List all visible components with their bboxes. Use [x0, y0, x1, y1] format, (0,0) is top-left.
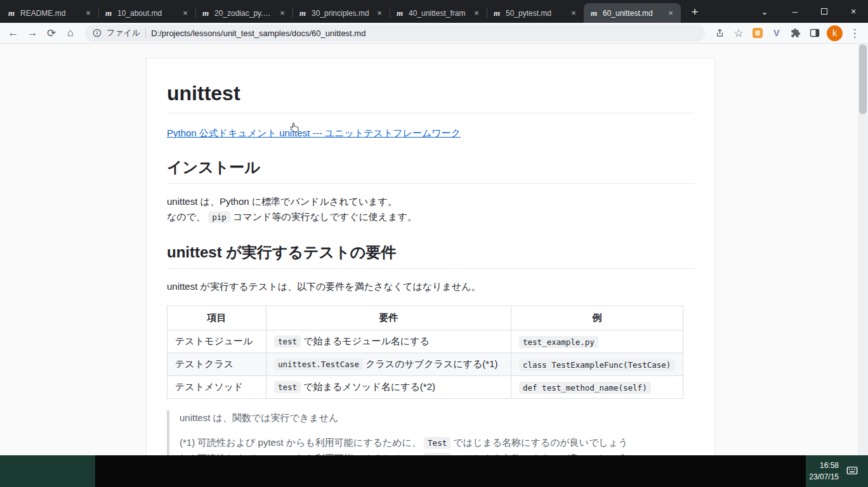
page-info-icon[interactable]: [93, 29, 102, 37]
cell-requirement: test で始まるモジュール名にする: [266, 330, 511, 353]
col-example: 例: [511, 306, 683, 330]
cell-requirement: unittest.TestCase クラスのサブクラスにする(*1): [266, 353, 511, 376]
clock-time: 16:58: [809, 460, 839, 471]
quote-notes: (*1) 可読性および pytest からも利用可能にするために、 Test で…: [180, 435, 694, 455]
maximize-button[interactable]: [810, 0, 839, 23]
markdown-favicon: m: [492, 8, 502, 18]
tab-label: 60_unittest.md: [603, 9, 662, 18]
tab-close-icon[interactable]: ×: [666, 8, 676, 18]
cell-text: で始まるメソッド名にする(*2): [301, 381, 435, 392]
forward-icon[interactable]: →: [23, 23, 42, 42]
inline-code-Test: Test: [424, 437, 450, 449]
cell-item: テストモジュール: [168, 330, 266, 353]
markdown-favicon: m: [103, 8, 114, 18]
tab-close-icon[interactable]: ×: [471, 8, 482, 18]
section-install: インストール: [167, 158, 694, 184]
ime-icon[interactable]: [845, 464, 859, 477]
new-tab-button[interactable]: +: [686, 3, 704, 21]
scrollbar-thumb[interactable]: [859, 44, 867, 114]
vertical-scrollbar[interactable]: [858, 44, 868, 455]
inline-code-pip: pip: [208, 211, 230, 223]
cell-example: test_example.py: [511, 330, 683, 353]
table-header-row: 項目 要件 例: [168, 306, 683, 330]
inline-code: unittest.TestCase: [274, 358, 363, 370]
markdown-favicon: m: [589, 8, 599, 18]
table-row: テストメソッド test で始まるメソッド名にする(*2) def test_m…: [168, 376, 683, 399]
side-panel-icon[interactable]: [805, 23, 824, 42]
install-paragraph: unittest は、Python に標準でバンドルされています。 なので、 p…: [167, 194, 694, 225]
doc-link-paragraph: Python 公式ドキュメント unittest --- ユニットテストフレーム…: [167, 126, 694, 140]
maximize-icon: [821, 8, 827, 15]
cell-text: で始まるモジュール名にする: [301, 335, 430, 346]
browser-toolbar: ← → ⟳ ⌂ ファイル D:/projects/lessons/unit_te…: [0, 23, 868, 44]
tab-close-icon[interactable]: ×: [374, 8, 385, 18]
taskbar-dark-panel: [95, 455, 806, 487]
tab-label: 20_zodiac_py.md: [214, 9, 273, 18]
extensions-puzzle-icon[interactable]: [786, 23, 805, 42]
cell-item: テストメソッド: [168, 376, 266, 399]
cell-text: クラスのサブクラスにする(*1): [363, 358, 498, 369]
tab-close-icon[interactable]: ×: [569, 8, 579, 18]
bookmark-star-icon[interactable]: ☆: [729, 23, 748, 42]
url-text: D:/projects/lessons/unit_test_samples/do…: [151, 29, 365, 38]
tab-readme[interactable]: m README.md ×: [1, 3, 98, 23]
inline-code: test_example.py: [519, 336, 598, 348]
col-item: 項目: [168, 306, 266, 330]
extension-logo: [753, 28, 763, 38]
address-bar[interactable]: ファイル D:/projects/lessons/unit_test_sampl…: [85, 25, 705, 42]
notes-blockquote: unittest は、関数では実行できません (*1) 可読性および pytes…: [167, 410, 694, 455]
inline-code: test: [274, 381, 301, 393]
tab-close-icon[interactable]: ×: [180, 8, 190, 18]
browser-window: m README.md × m 10_about.md × m 20_zodia…: [0, 0, 868, 487]
section-requirements: unittest が実行するテストの要件: [167, 243, 694, 269]
home-icon[interactable]: ⌂: [61, 23, 80, 42]
profile-avatar[interactable]: k: [827, 25, 843, 41]
markdown-document: unittest Python 公式ドキュメント unittest --- ユニ…: [146, 58, 715, 455]
minimize-button[interactable]: –: [780, 0, 810, 23]
tab-40-unittest-framework[interactable]: m 40_unittest_fram ×: [390, 3, 487, 23]
note1-pre: (*1) 可読性および pytest からも利用可能にするために、: [180, 437, 424, 448]
install-line1: unittest は、Python に標準でバンドルされています。: [167, 196, 397, 207]
cell-example: class TestExampleFunc(TestCase): [511, 353, 683, 376]
reload-icon[interactable]: ⟳: [42, 23, 61, 42]
tab-label: 30_principles.md: [312, 9, 371, 18]
cell-requirement: test で始まるメソッド名にする(*2): [266, 376, 511, 399]
tab-close-icon[interactable]: ×: [83, 8, 93, 18]
install-line2-post: コマンド等の実行なしですぐに使えます。: [230, 211, 417, 222]
requirements-intro: unittest が実行するテストは、以下の要件を満たさなくてはなりません。: [167, 279, 694, 294]
inline-code: test: [274, 335, 301, 347]
markdown-favicon: m: [298, 8, 308, 18]
table-row: テストモジュール test で始まるモジュール名にする test_example…: [168, 330, 683, 353]
extension-icon-orange[interactable]: [748, 23, 767, 42]
tab-strip: m README.md × m 10_about.md × m 20_zodia…: [0, 0, 868, 23]
tab-close-icon[interactable]: ×: [277, 8, 287, 18]
share-icon[interactable]: [710, 23, 729, 42]
table-row: テストクラス unittest.TestCase クラスのサブクラスにする(*1…: [168, 353, 683, 376]
markdown-favicon: m: [395, 8, 405, 18]
extension-icon-v[interactable]: V: [767, 23, 786, 42]
close-button[interactable]: ×: [839, 0, 868, 23]
inline-code: class TestExampleFunc(TestCase): [519, 359, 674, 371]
tab-10-about[interactable]: m 10_about.md ×: [98, 3, 195, 23]
url-scheme-label: ファイル: [107, 27, 140, 39]
tab-label: 40_unittest_fram: [409, 9, 468, 18]
doc-title: unittest: [167, 81, 694, 114]
tab-30-principles[interactable]: m 30_principles.md ×: [293, 3, 390, 23]
note1-post: ではじまる名称にするのが良いでしょう: [450, 437, 628, 448]
url-divider: [145, 28, 146, 38]
clock-date: 23/07/15: [809, 471, 839, 483]
back-icon[interactable]: ←: [4, 23, 23, 42]
tab-search-chevron-icon[interactable]: ⌄: [755, 7, 774, 16]
kebab-menu-icon[interactable]: ⋮: [845, 23, 864, 42]
install-line2-pre: なので、: [167, 211, 208, 222]
markdown-favicon: m: [201, 8, 211, 18]
markdown-favicon: m: [6, 8, 16, 18]
quote-line: unittest は、関数では実行できません: [180, 410, 694, 425]
system-clock: 16:58 23/07/15: [809, 460, 839, 483]
cell-item: テストクラス: [168, 353, 266, 376]
tab-20-zodiac[interactable]: m 20_zodiac_py.md ×: [195, 3, 293, 23]
requirements-table: 項目 要件 例 テストモジュール test で始まるモジュール名にする test…: [167, 306, 683, 399]
python-docs-link[interactable]: Python 公式ドキュメント unittest --- ユニットテストフレーム…: [167, 127, 461, 138]
tab-50-pytest[interactable]: m 50_pytest.md ×: [487, 3, 584, 23]
tab-60-unittest-active[interactable]: m 60_unittest.md ×: [584, 3, 681, 23]
